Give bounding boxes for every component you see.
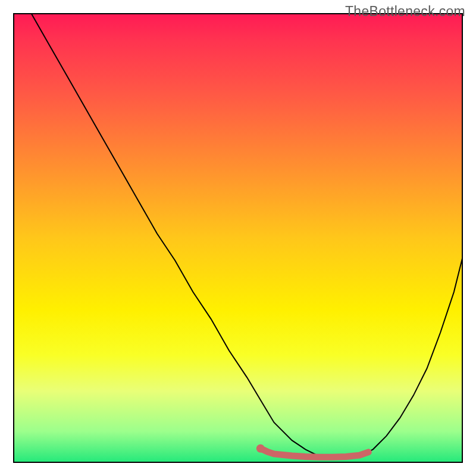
highlight-segment bbox=[261, 449, 368, 457]
bottleneck-curve bbox=[31, 13, 463, 458]
chart-overlay bbox=[13, 13, 463, 463]
highlight-dot bbox=[256, 444, 265, 453]
watermark-text: TheBottleneck.com bbox=[345, 4, 465, 20]
chart-container: TheBottleneck.com bbox=[0, 0, 476, 476]
